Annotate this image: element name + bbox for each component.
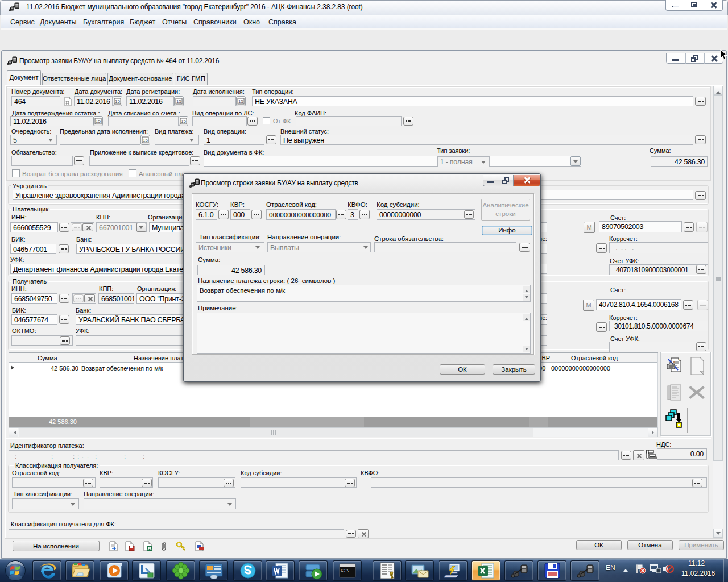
svg-text:C:\_: C:\_ [341, 568, 351, 573]
